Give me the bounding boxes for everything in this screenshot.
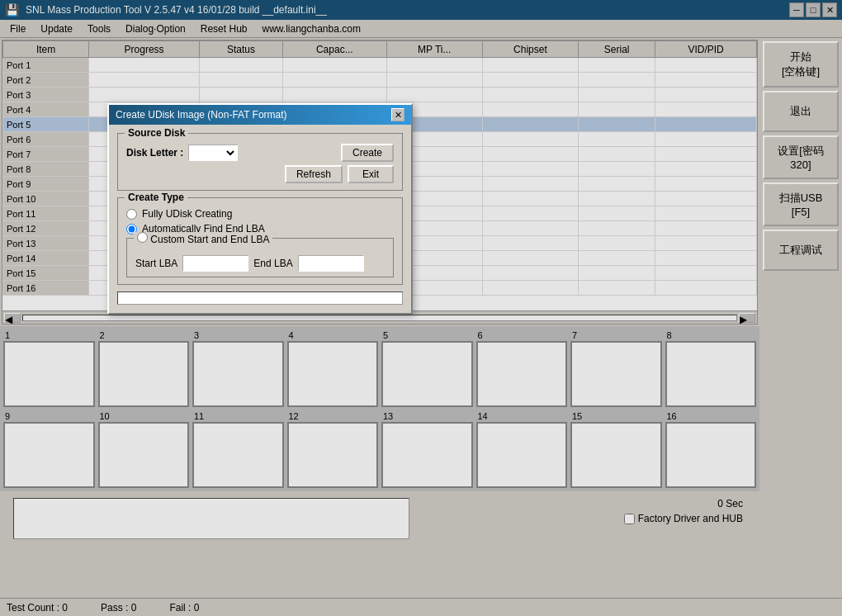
source-disk-label: Source Disk bbox=[125, 127, 188, 139]
disk-letter-label: Disk Letter : bbox=[126, 147, 183, 159]
refresh-button[interactable]: Refresh bbox=[285, 165, 343, 183]
exit-dialog-button[interactable]: Exit bbox=[348, 165, 394, 183]
dialog-close-button[interactable]: ✕ bbox=[391, 108, 404, 121]
lba-row: Start LBA End LBA bbox=[135, 255, 385, 272]
custom-lba-group: Custom Start and End LBA Start LBA End L… bbox=[126, 238, 394, 277]
start-lba-input[interactable] bbox=[182, 255, 248, 272]
custom-lba-radio-label: Custom Start and End LBA bbox=[134, 232, 272, 245]
btn-row: Refresh Exit bbox=[126, 165, 394, 183]
dialog-title-text: Create UDisk Image (Non-FAT Format) bbox=[116, 109, 287, 121]
dialog-body: Source Disk Disk Letter : Create Refresh… bbox=[109, 125, 411, 313]
dialog-progress-bar bbox=[117, 291, 403, 305]
create-button[interactable]: Create bbox=[341, 144, 394, 162]
create-type-group: Create Type Fully UDisk Creating Automat… bbox=[117, 197, 403, 285]
start-lba-label: Start LBA bbox=[135, 258, 177, 269]
dialog-title-bar: Create UDisk Image (Non-FAT Format) ✕ bbox=[109, 105, 411, 125]
create-type-label: Create Type bbox=[125, 192, 187, 203]
radio-fully[interactable] bbox=[126, 209, 137, 220]
modal-overlay: Create UDisk Image (Non-FAT Format) ✕ So… bbox=[0, 0, 842, 616]
disk-letter-select[interactable] bbox=[188, 145, 238, 161]
radio-fully-label: Fully UDisk Creating bbox=[142, 208, 232, 220]
end-lba-input[interactable] bbox=[298, 255, 364, 272]
create-udisk-dialog: Create UDisk Image (Non-FAT Format) ✕ So… bbox=[107, 103, 413, 315]
source-disk-group: Source Disk Disk Letter : Create Refresh… bbox=[117, 133, 403, 191]
radio-custom-label: Custom Start and End LBA bbox=[150, 234, 269, 245]
disk-row: Disk Letter : Create bbox=[126, 144, 394, 162]
end-lba-label: End LBA bbox=[253, 258, 292, 269]
radio-fully-row: Fully UDisk Creating bbox=[126, 208, 394, 220]
radio-custom[interactable] bbox=[137, 232, 148, 243]
